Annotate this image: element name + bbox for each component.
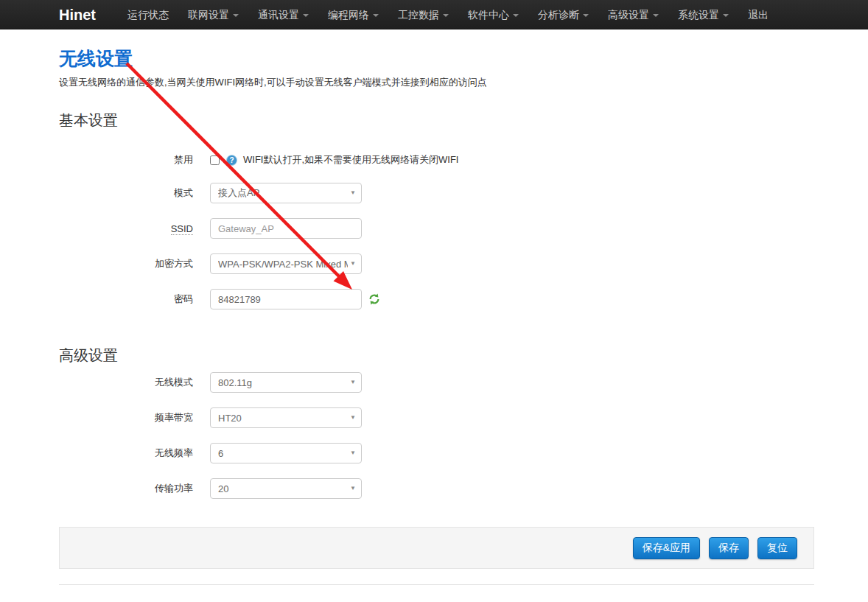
- nav-item-advanced-settings[interactable]: 高级设置: [598, 0, 668, 29]
- mode-label: 模式: [59, 186, 210, 200]
- chevron-down-icon: [233, 14, 239, 17]
- ssid-label: SSID: [59, 223, 210, 234]
- wireless-mode-label: 无线模式: [59, 376, 210, 389]
- nav-item-run-status[interactable]: 运行状态: [118, 0, 178, 29]
- nav-item-comm-settings[interactable]: 通讯设置: [248, 0, 318, 29]
- footer-actions-bar: 保存&应用 保存 复位: [59, 527, 814, 569]
- page-title: 无线设置: [59, 46, 814, 71]
- nav-item-label: 工控数据: [398, 9, 439, 21]
- mode-select[interactable]: 接入点AP ▼: [210, 183, 362, 203]
- disable-help-text: WIFI默认打开,如果不需要使用无线网络请关闭WIFI: [243, 153, 458, 167]
- bandwidth-select-value: HT20: [218, 413, 348, 424]
- form-row-tx-power: 传输功率 20 ▼: [59, 478, 814, 499]
- nav-item-label: 高级设置: [608, 9, 649, 21]
- mode-select-value: 接入点AP: [218, 186, 348, 200]
- chevron-down-icon: [723, 14, 729, 17]
- form-row-channel: 无线频率 6 ▼: [59, 443, 814, 463]
- save-button[interactable]: 保存: [709, 537, 749, 559]
- nav-item-label: 系统设置: [678, 9, 719, 21]
- dropdown-caret-icon: ▼: [350, 415, 356, 421]
- dropdown-caret-icon: ▼: [350, 486, 356, 491]
- nav-item-label: 编程网络: [328, 9, 369, 21]
- bandwidth-label: 频率带宽: [59, 411, 210, 424]
- dropdown-caret-icon: ▼: [350, 190, 356, 196]
- nav-item-label: 通讯设置: [258, 9, 299, 21]
- wireless-mode-select-value: 802.11g: [218, 377, 348, 388]
- channel-select[interactable]: 6 ▼: [210, 443, 362, 463]
- encryption-select-value: WPA-PSK/WPA2-PSK Mixed Mode: [218, 259, 348, 270]
- chevron-down-icon: [583, 14, 589, 17]
- password-input[interactable]: [210, 289, 362, 309]
- dropdown-caret-icon: ▼: [350, 261, 356, 267]
- form-row-mode: 模式 接入点AP ▼: [59, 183, 814, 203]
- disable-checkbox[interactable]: [210, 155, 220, 165]
- brand-logo[interactable]: Hinet: [59, 0, 118, 29]
- dropdown-caret-icon: ▼: [350, 379, 356, 385]
- chevron-down-icon: [513, 14, 519, 17]
- nav-item-analysis-diagnosis[interactable]: 分析诊断: [528, 0, 598, 29]
- disable-label: 禁用: [59, 153, 210, 167]
- page-content: 无线设置 设置无线网络的通信参数,当网关使用WIFI网络时,可以手动设置无线客户…: [59, 46, 814, 585]
- form-row-password: 密码: [59, 289, 814, 309]
- reset-button[interactable]: 复位: [757, 537, 797, 559]
- nav-item-logout[interactable]: 退出: [738, 0, 778, 29]
- refresh-password-icon[interactable]: [368, 293, 380, 305]
- help-icon[interactable]: ?: [226, 155, 237, 166]
- section-heading-advanced: 高级设置: [59, 346, 814, 365]
- ssid-input[interactable]: [210, 218, 362, 239]
- encryption-label: 加密方式: [59, 257, 210, 270]
- nav-item-network-settings[interactable]: 联网设置: [178, 0, 248, 29]
- nav-item-label: 运行状态: [127, 9, 169, 21]
- nav-item-system-settings[interactable]: 系统设置: [668, 0, 738, 29]
- chevron-down-icon: [373, 14, 379, 17]
- wireless-mode-select[interactable]: 802.11g ▼: [210, 372, 362, 393]
- save-apply-button[interactable]: 保存&应用: [633, 537, 700, 559]
- bandwidth-select[interactable]: HT20 ▼: [210, 407, 362, 428]
- channel-label: 无线频率: [59, 447, 210, 460]
- form-row-ssid: SSID: [59, 218, 814, 239]
- bottom-divider: [59, 584, 814, 585]
- chevron-down-icon: [653, 14, 659, 17]
- nav-item-programming-network[interactable]: 编程网络: [318, 0, 388, 29]
- section-heading-basic: 基本设置: [59, 111, 814, 130]
- dropdown-caret-icon: ▼: [350, 450, 356, 456]
- page-description: 设置无线网络的通信参数,当网关使用WIFI网络时,可以手动设置无线客户端模式并连…: [59, 76, 814, 89]
- encryption-select[interactable]: WPA-PSK/WPA2-PSK Mixed Mode ▼: [210, 253, 362, 274]
- form-row-bandwidth: 频率带宽 HT20 ▼: [59, 407, 814, 428]
- nav-item-label: 联网设置: [188, 9, 229, 21]
- chevron-down-icon: [443, 14, 449, 17]
- channel-select-value: 6: [218, 448, 348, 459]
- nav-item-label: 分析诊断: [538, 9, 579, 21]
- password-label: 密码: [59, 293, 210, 306]
- nav-item-software-center[interactable]: 软件中心: [458, 0, 528, 29]
- form-row-disable: 禁用 ? WIFI默认打开,如果不需要使用无线网络请关闭WIFI: [59, 153, 814, 167]
- nav-item-label: 软件中心: [468, 9, 509, 21]
- nav-item-label: 退出: [748, 9, 769, 21]
- form-row-wireless-mode: 无线模式 802.11g ▼: [59, 372, 814, 393]
- tx-power-label: 传输功率: [59, 482, 210, 495]
- chevron-down-icon: [303, 14, 309, 17]
- tx-power-select-value: 20: [218, 483, 348, 494]
- form-row-encryption: 加密方式 WPA-PSK/WPA2-PSK Mixed Mode ▼: [59, 253, 814, 274]
- top-navbar: Hinet 运行状态 联网设置 通讯设置 编程网络 工控数据 软件中心 分析诊断…: [0, 0, 868, 29]
- nav-item-industrial-data[interactable]: 工控数据: [388, 0, 458, 29]
- tx-power-select[interactable]: 20 ▼: [210, 478, 362, 499]
